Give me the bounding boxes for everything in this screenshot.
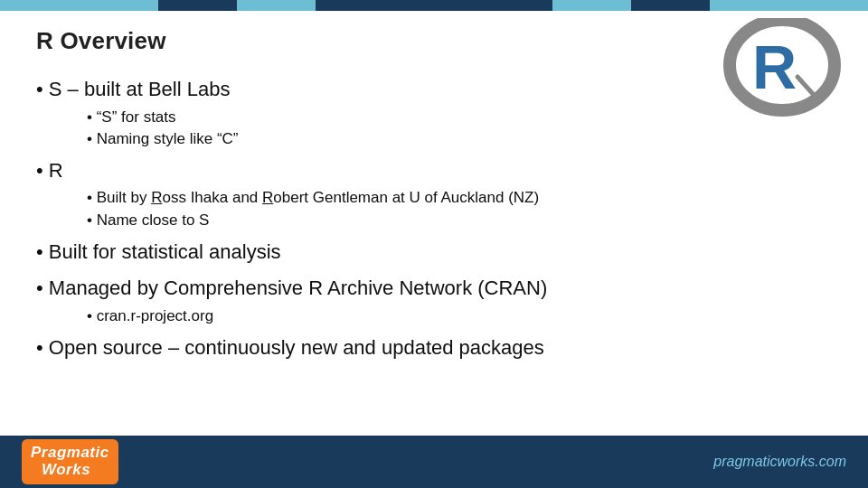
bullet-list: S – built at Bell Labs “S” for stats Nam… (36, 70, 832, 364)
bullet-statistical-text: Built for statistical analysis (36, 239, 832, 266)
top-decorative-bar (0, 0, 868, 11)
footer: Pragmatic Works pragmaticworks.com (0, 436, 868, 488)
bullet-cran-text: Managed by Comprehensive R Archive Netwo… (36, 276, 832, 302)
footer-logo-pragmatic: Pragmatic (31, 445, 109, 462)
ross-underline: R (151, 189, 162, 206)
bullet-r: R Built by Ross Ihaka and Robert Gentlem… (36, 151, 832, 232)
bullet-opensource-text: Open source – continuously new and updat… (36, 335, 832, 361)
footer-logo-works: Works (31, 462, 90, 479)
bullet-s-text: S – built at Bell Labs (36, 77, 832, 103)
bar-seg-4 (316, 0, 552, 11)
bar-seg-3 (237, 0, 316, 11)
bullet-r-children: Built by Ross Ihaka and Robert Gentleman… (54, 187, 832, 231)
bar-seg-2 (158, 0, 237, 11)
bullet-statistical: Built for statistical analysis (36, 232, 832, 269)
bullet-cran-children: cran.r-project.org (54, 305, 832, 328)
bullet-s-children: “S” for stats Naming style like “C” (54, 107, 832, 151)
bar-seg-5 (552, 0, 631, 11)
bar-seg-6 (631, 0, 710, 11)
bar-seg-7 (710, 0, 868, 11)
bullet-s: S – built at Bell Labs “S” for stats Nam… (36, 70, 832, 151)
bullet-cran-url: cran.r-project.org (87, 305, 832, 328)
bullet-opensource: Open source – continuously new and updat… (36, 328, 832, 365)
robert-underline: R (262, 189, 273, 206)
footer-logo: Pragmatic Works (22, 439, 118, 483)
bullet-r-text: R (36, 158, 832, 184)
bullet-r-child-1: Built by Ross Ihaka and Robert Gentleman… (87, 187, 832, 210)
slide-title: R Overview (36, 27, 832, 55)
bullet-r-child-2: Name close to S (87, 210, 832, 232)
footer-url: pragmaticworks.com (713, 454, 846, 470)
slide-content: R Overview S – built at Bell Labs “S” fo… (0, 11, 868, 436)
bullet-cran: Managed by Comprehensive R Archive Netwo… (36, 268, 832, 327)
bar-seg-1 (0, 0, 158, 11)
bullet-s-child-1: “S” for stats (87, 107, 832, 129)
footer-logo-box: Pragmatic Works (22, 439, 118, 483)
bullet-s-child-2: Naming style like “C” (87, 128, 832, 151)
